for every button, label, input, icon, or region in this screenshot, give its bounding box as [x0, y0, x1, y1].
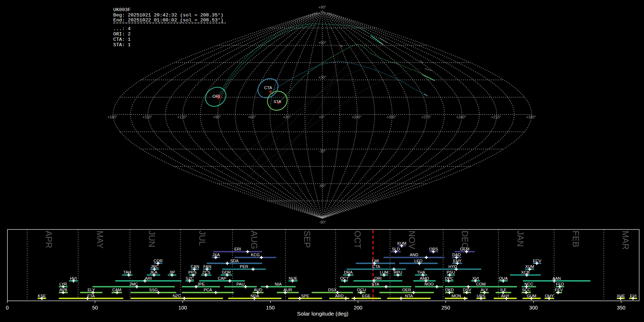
svg-text:PPS: PPS: [189, 270, 197, 274]
svg-text:+330°: +330°: [352, 115, 361, 119]
svg-text:FTA: FTA: [87, 294, 95, 298]
svg-text:CAP: CAP: [218, 276, 226, 280]
svg-text:CAM: CAM: [112, 288, 121, 292]
svg-text:UK003F: UK003F: [113, 7, 131, 13]
svg-text:AUG: AUG: [249, 231, 259, 249]
svg-text:End: 20251022 01:00:02 (sol =: End: 20251022 01:00:02 (sol = 208.53°): [113, 18, 224, 23]
svg-text:AHY: AHY: [501, 294, 509, 298]
svg-text:+0°: +0°: [319, 115, 325, 119]
svg-text:DAD: DAD: [452, 253, 461, 257]
svg-text:AUR: AUR: [283, 288, 292, 292]
svg-text:AAN: AAN: [552, 276, 561, 280]
svg-text:GUM: GUM: [527, 294, 537, 298]
svg-text:OHY: OHY: [545, 294, 554, 298]
svg-text:+150°: +150°: [142, 115, 152, 119]
svg-text:NDA: NDA: [250, 294, 259, 298]
svg-text:KUM: KUM: [397, 241, 406, 245]
svg-text:CTA: CTA: [372, 264, 380, 269]
svg-text:EGE: EGE: [362, 294, 371, 298]
svg-text:STA: STA: [372, 282, 380, 286]
svg-text:AMO: AMO: [420, 276, 429, 280]
svg-text:FED: FED: [556, 282, 564, 286]
svg-text:TAH: TAH: [123, 270, 131, 274]
svg-text:+30°: +30°: [283, 115, 291, 119]
svg-text:FAN: FAN: [203, 264, 211, 269]
svg-text:-30°: -30°: [319, 149, 326, 153]
svg-text:+60°: +60°: [248, 115, 255, 119]
svg-text:Solar longitude (deg): Solar longitude (deg): [297, 311, 348, 317]
svg-text:SEP: SEP: [302, 231, 312, 248]
svg-text:JIP: JIP: [169, 270, 175, 274]
svg-text:JUL: JUL: [197, 231, 207, 246]
svg-text:ALY: ALY: [480, 288, 488, 292]
svg-text:XCB: XCB: [521, 270, 530, 274]
svg-text:JAN: JAN: [516, 231, 525, 247]
svg-text:SSG: SSG: [149, 288, 158, 292]
svg-text:NOO: NOO: [424, 282, 434, 286]
svg-text:0: 0: [6, 305, 9, 311]
svg-text:COM: COM: [476, 282, 486, 286]
svg-text:+270°: +270°: [421, 115, 431, 119]
svg-text:50: 50: [92, 305, 98, 311]
svg-text:XHE: XHE: [616, 294, 625, 298]
svg-text:AUD: AUD: [254, 288, 262, 292]
svg-text:MAY: MAY: [95, 231, 105, 249]
svg-text:NZC: NZC: [172, 294, 181, 298]
svg-text:250: 250: [441, 305, 450, 311]
svg-text:PCA: PCA: [204, 288, 212, 292]
svg-text:SCC: SCC: [522, 288, 531, 292]
svg-text:OCU: OCU: [357, 288, 366, 292]
svg-text:300: 300: [529, 305, 538, 311]
svg-text:200: 200: [354, 305, 362, 311]
svg-text:+210°: +210°: [491, 115, 501, 119]
svg-text:+90°: +90°: [213, 115, 221, 119]
svg-text:DRA: DRA: [344, 270, 352, 274]
svg-text:RPU: RPU: [394, 270, 402, 274]
svg-text:150: 150: [266, 305, 275, 311]
svg-text:-60°: -60°: [319, 184, 326, 188]
svg-text:KSE: KSE: [38, 294, 46, 298]
svg-text:+180°: +180°: [526, 115, 536, 119]
svg-text:+240°: +240°: [456, 115, 466, 119]
svg-text:QUA: QUA: [499, 276, 508, 280]
svg-text:CTA: 1: CTA: 1: [113, 37, 131, 42]
svg-text:EHY: EHY: [453, 259, 462, 263]
svg-text:350: 350: [617, 305, 625, 311]
svg-text:STA: 1: STA: 1: [113, 42, 131, 48]
svg-text:LUM: LUM: [380, 270, 389, 274]
svg-text:EVI: EVI: [630, 294, 636, 298]
svg-text:MON: MON: [452, 294, 461, 298]
svg-text:OCT: OCT: [353, 231, 362, 249]
svg-text:JUN: JUN: [147, 231, 157, 248]
svg-text:SDA: SDA: [230, 259, 239, 263]
svg-text:...: 4: ...: 4: [113, 26, 131, 31]
svg-text:+30°: +30°: [318, 75, 326, 79]
svg-text:LEO: LEO: [414, 259, 423, 263]
svg-text:FEV: FEV: [555, 288, 563, 292]
svg-text:ORI: ORI: [374, 276, 381, 280]
svg-text:ORI: 2: ORI: 2: [113, 31, 131, 37]
svg-text:+90°: +90°: [318, 5, 326, 9]
svg-text:FEB: FEB: [571, 231, 581, 248]
svg-text:NOV: NOV: [407, 231, 417, 249]
svg-text:JMC: JMC: [130, 282, 138, 286]
svg-text:PAU: PAU: [236, 282, 245, 286]
svg-text:SPE: SPE: [301, 294, 309, 298]
svg-text:KCG: KCG: [251, 253, 260, 257]
svg-text:+60°: +60°: [318, 41, 326, 45]
svg-text:ELY: ELY: [88, 288, 95, 292]
svg-text:DSX: DSX: [328, 288, 337, 292]
svg-text:THA: THA: [417, 270, 425, 274]
svg-text:ARD: ARD: [335, 294, 343, 298]
svg-text:LYR: LYR: [59, 282, 67, 286]
svg-text:APR: APR: [44, 231, 54, 248]
svg-text:PSU: PSU: [447, 270, 455, 274]
svg-text:XVI: XVI: [472, 276, 479, 280]
svg-text:AND: AND: [410, 253, 418, 257]
svg-text:NCC: NCC: [525, 282, 533, 286]
svg-text:ERI: ERI: [234, 247, 241, 251]
svg-text:CAN: CAN: [191, 264, 199, 269]
svg-text:JRC: JRC: [151, 264, 158, 269]
svg-text:JEA: JEA: [150, 270, 157, 274]
svg-text:ECV: ECV: [533, 259, 541, 263]
